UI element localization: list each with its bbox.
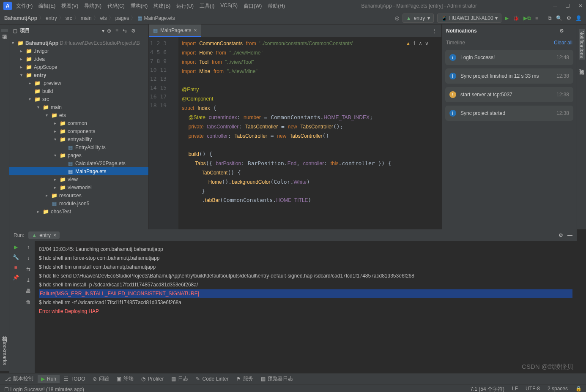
tree-folder[interactable]: ▸📁common (9, 119, 148, 127)
hide-icon[interactable]: — (567, 232, 572, 238)
menu-code[interactable]: 代码(C) (107, 3, 125, 10)
tree-file[interactable]: ▦CalculateV20Page.ets (9, 159, 148, 167)
trash-icon[interactable]: 🗑 (26, 299, 31, 305)
tree-folder[interactable]: ▸📁AppScope (9, 63, 148, 71)
run-button[interactable]: ▶ (505, 15, 509, 21)
editor-tab-mainpage[interactable]: ▦ MainPage.ets × (149, 24, 201, 37)
hide-icon[interactable]: — (140, 28, 145, 34)
prev-highlight-icon[interactable]: ∧ (419, 41, 422, 46)
indent-setting[interactable]: 2 spaces (548, 386, 568, 392)
notifications-tool-button[interactable]: Notifications (579, 29, 585, 60)
menu-vcs[interactable]: VCS(S) (220, 3, 238, 10)
close-tab-icon[interactable]: × (194, 27, 197, 33)
menu-build[interactable]: 构建(B) (153, 3, 170, 10)
run-tab-entry[interactable]: ▲ entry × (28, 231, 60, 239)
stop-button[interactable]: ■ (535, 15, 538, 21)
previewer-tool-button[interactable]: 预览器 (578, 64, 585, 67)
device-selector[interactable]: 📱 HUAWEI JLN-AL00 ▾ (437, 14, 501, 23)
menu-view[interactable]: 视图(V) (61, 3, 78, 10)
menu-refactor[interactable]: 重构(R) (131, 3, 148, 10)
print-icon[interactable]: 🖶 (26, 288, 31, 294)
tree-folder[interactable]: ▸📁viewmodel (9, 183, 148, 191)
tree-folder[interactable]: ▾📁entryability (9, 135, 148, 143)
breadcrumb-item[interactable]: main (81, 15, 92, 21)
tab-terminal[interactable]: ▣终端 (113, 374, 137, 383)
pin-icon[interactable]: 📌 (13, 275, 19, 280)
tree-folder[interactable]: ▸📁view (9, 175, 148, 183)
tree-folder[interactable]: ▸📁resources (9, 191, 148, 199)
gear-icon[interactable]: ⚙ (559, 28, 564, 34)
tree-root[interactable]: ▾📁BahamutjApp D:\Huawei\DevEcoStudioProj… (9, 39, 148, 47)
menu-run[interactable]: 运行(U) (176, 3, 194, 10)
locate-icon[interactable]: ⊕ (107, 28, 111, 34)
down-icon[interactable]: ↓ (27, 255, 30, 261)
tab-problems[interactable]: ⊘问题 (89, 374, 112, 383)
file-encoding[interactable]: UTF-8 (526, 386, 540, 392)
tab-overflow-icon[interactable]: ⋮ (428, 28, 441, 34)
code-editor[interactable]: import CommonConstants from '../common/c… (178, 37, 441, 229)
rerun-button[interactable]: ▶ (14, 244, 18, 250)
tab-run[interactable]: ▶Run (38, 375, 60, 383)
menu-window[interactable]: 窗口(W) (244, 3, 262, 10)
notification-item[interactable]: !start server at tcp:503712:38 (445, 87, 573, 102)
tree-folder[interactable]: 📁build (9, 87, 148, 95)
next-highlight-icon[interactable]: ∨ (425, 41, 429, 46)
tab-todo[interactable]: ☰TODO (60, 375, 88, 383)
editor-inspections[interactable]: ▲1 ∧ ∨ (405, 41, 429, 46)
breadcrumb-item[interactable]: entry (46, 15, 57, 21)
tree-folder[interactable]: ▾📁ets (9, 111, 148, 119)
notification-item[interactable]: iLogin Success!12:48 (445, 50, 573, 65)
tab-profiler[interactable]: ◔Profiler (138, 375, 167, 383)
tree-folder[interactable]: ▾📁entry (9, 71, 148, 79)
tree-file[interactable]: ▦EntryAbility.ts (9, 143, 148, 151)
coverage-button[interactable]: ▶⧉ (523, 15, 531, 21)
target-icon[interactable]: ◎ (395, 15, 399, 21)
stop-icon[interactable]: ■ (14, 264, 17, 270)
avatar-icon[interactable]: 👤 (575, 15, 582, 21)
tool1-icon[interactable]: ⧉ (548, 15, 552, 21)
tab-services[interactable]: ⚑服务 (233, 374, 257, 383)
breadcrumb-item[interactable]: pages (115, 15, 129, 21)
scroll-icon[interactable]: ⤓ (26, 277, 30, 283)
tree-folder[interactable]: ▸📁.idea (9, 55, 148, 63)
debug-button[interactable]: 🐞 (513, 15, 519, 21)
notification-item[interactable]: iSync project finished in 12 s 33 ms12:3… (445, 68, 573, 84)
bookmarks-tool-button[interactable]: Bookmarks (2, 338, 8, 367)
caret-position[interactable]: 7:1 (54 个字符) (470, 386, 504, 392)
search-icon[interactable]: 🔍 (556, 15, 562, 21)
gear-icon[interactable]: ⚙ (131, 28, 136, 34)
wrench-icon[interactable]: 🔧 (13, 254, 19, 260)
maximize-button[interactable]: ☐ (565, 3, 570, 9)
breadcrumb-item[interactable]: ets (100, 15, 107, 21)
project-tool-button[interactable]: 项目 (1, 29, 8, 32)
tab-log[interactable]: ▤日志 (168, 374, 192, 383)
breadcrumb-root[interactable]: BahamutjApp (4, 15, 37, 21)
tree-folder[interactable]: ▸📁.hvigor (9, 47, 148, 55)
menu-edit[interactable]: 编辑(E) (38, 3, 55, 10)
tree-folder[interactable]: ▾📁pages (9, 151, 148, 159)
hide-icon[interactable]: — (567, 28, 572, 34)
close-icon[interactable]: × (53, 232, 56, 238)
tab-version-control[interactable]: ⎇版本控制 (2, 374, 37, 383)
up-icon[interactable]: ↑ (27, 244, 30, 250)
collapse-icon[interactable]: ⇆ (123, 28, 127, 34)
breadcrumb-item[interactable]: src (66, 15, 72, 21)
chevron-down-icon[interactable]: ▾ (102, 28, 104, 34)
tree-file[interactable]: ▦module.json5 (9, 199, 148, 207)
tree-folder[interactable]: ▾📁main (9, 103, 148, 111)
lock-icon[interactable]: 🔒 (575, 386, 582, 392)
tree-folder[interactable]: ▾📁src (9, 95, 148, 103)
project-tree[interactable]: ▾📁BahamutjApp D:\Huawei\DevEcoStudioProj… (9, 37, 148, 229)
gear-icon[interactable]: ⚙ (559, 232, 563, 238)
close-button[interactable]: ✕ (578, 3, 583, 9)
menu-help[interactable]: 帮助(H) (268, 3, 285, 10)
run-console[interactable]: 01/04 13:03:45: Launching com.bahamutj.b… (35, 241, 577, 373)
tree-folder[interactable]: ▸📁.preview (9, 79, 148, 87)
run-config-selector[interactable]: ▲ entry ▾ (403, 14, 434, 23)
tab-previewer-log[interactable]: ▤预览器日志 (257, 374, 296, 383)
breadcrumb-file[interactable]: MainPage.ets (144, 15, 175, 21)
wrap-icon[interactable]: ⇆ (26, 266, 30, 272)
tab-code-linter[interactable]: ✎Code Linter (192, 375, 232, 383)
expand-icon[interactable]: ≡ (115, 28, 118, 34)
notification-item[interactable]: iSync project started12:38 (445, 106, 573, 121)
